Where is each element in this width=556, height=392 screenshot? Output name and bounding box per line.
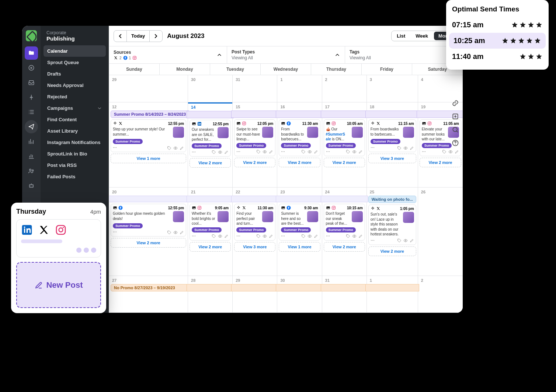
- new-post-button[interactable]: New Post: [16, 262, 101, 308]
- eye-icon[interactable]: [448, 150, 453, 154]
- rail-send-icon[interactable]: [25, 120, 38, 133]
- post-menu-icon[interactable]: ⋯: [236, 150, 240, 154]
- view-more-button[interactable]: View 1 more: [279, 242, 320, 252]
- tag-icon[interactable]: [256, 234, 261, 238]
- post-menu-icon[interactable]: ⋯: [326, 234, 330, 239]
- sidebar-item-campaigns[interactable]: Campaigns: [44, 102, 106, 114]
- filter-post-types[interactable]: Post Types Viewing All: [227, 46, 345, 63]
- rail-dashboard-icon[interactable]: [25, 61, 38, 74]
- next-button[interactable]: [150, 31, 162, 42]
- post-card[interactable]: 12:55 pm Step up your summer style! Our …: [111, 119, 186, 152]
- view-more-button[interactable]: View 2 more: [234, 158, 275, 167]
- calendar-day[interactable]: 23 9:30 am Summer is here and so are the…: [277, 188, 322, 276]
- campaign-bar[interactable]: [321, 196, 368, 202]
- eye-icon[interactable]: [263, 234, 267, 238]
- calendar-day[interactable]: 1: [367, 276, 418, 313]
- eye-icon[interactable]: [307, 234, 312, 238]
- calendar-day[interactable]: 31: [322, 276, 367, 313]
- view-list-button[interactable]: List: [392, 31, 410, 41]
- rail-inbox-icon[interactable]: [25, 76, 38, 89]
- tag-icon[interactable]: [167, 230, 171, 235]
- calendar-day[interactable]: 22 11:30 am Find your perfect pair and t…: [233, 188, 277, 276]
- view-more-button[interactable]: View 3 more: [234, 242, 275, 252]
- campaign-bar[interactable]: [231, 196, 278, 202]
- eye-icon[interactable]: [352, 234, 357, 238]
- rail-reports-icon[interactable]: [25, 150, 38, 163]
- campaign-bar[interactable]: [276, 284, 323, 291]
- tag-icon[interactable]: [397, 238, 402, 243]
- campaign-bar[interactable]: Summer Promo 8/14/2023 – 8/24/2023: [111, 111, 189, 118]
- view-week-button[interactable]: Week: [410, 31, 433, 41]
- calendar-day[interactable]: 28: [188, 276, 233, 313]
- calendar-day[interactable]: 31: [233, 75, 277, 102]
- tag-icon[interactable]: [256, 150, 261, 154]
- post-card[interactable]: 9:30 am Summer is here and so are the be…: [279, 204, 320, 241]
- pencil-icon[interactable]: [180, 146, 184, 150]
- view-more-button[interactable]: View 2 more: [190, 242, 231, 252]
- calendar-day[interactable]: 17 10:05 am 🎪 Our #SummerS ale is ON... …: [322, 102, 367, 188]
- calendar-day[interactable]: 24 10:15 am Don't forget our sneak peak …: [322, 188, 367, 276]
- sidebar-item-post-via-rss[interactable]: Post via RSS: [44, 160, 106, 171]
- post-card[interactable]: 11:30 am Find your perfect pair and turn…: [234, 204, 275, 241]
- campaign-bar[interactable]: [321, 284, 368, 291]
- rail-bot-icon[interactable]: [25, 179, 38, 192]
- eye-icon[interactable]: [352, 150, 357, 154]
- eye-icon[interactable]: [173, 230, 178, 235]
- calendar-day[interactable]: 1: [277, 75, 322, 102]
- instagram-icon[interactable]: [55, 224, 67, 236]
- sidebar-item-calendar[interactable]: Calendar: [44, 45, 106, 57]
- pencil-icon[interactable]: [180, 230, 184, 235]
- calendar-day[interactable]: 18 11:15 am From boardwalks to barbecues…: [367, 102, 418, 188]
- pencil-icon[interactable]: [314, 234, 318, 238]
- calendar-day[interactable]: 3: [367, 75, 418, 102]
- view-more-button[interactable]: View 3 more: [368, 154, 416, 163]
- rail-people-icon[interactable]: [25, 164, 38, 178]
- calendar-day[interactable]: 16 11:30 am From boardwalks to barbecues…: [277, 102, 322, 188]
- sidebar-item-drafts[interactable]: Drafts: [44, 68, 106, 80]
- rail-publishing-icon[interactable]: [25, 46, 38, 60]
- tag-icon[interactable]: [301, 150, 306, 154]
- eye-icon[interactable]: [307, 150, 312, 154]
- sidebar-item-sprout-queue[interactable]: Sprout Queue: [44, 57, 106, 68]
- pencil-icon[interactable]: [269, 234, 273, 238]
- calendar-day[interactable]: 30: [188, 75, 233, 102]
- post-card[interactable]: 12:55 pm Golden hour glow meets golden d…: [111, 204, 186, 237]
- view-more-button[interactable]: View 1 more: [111, 154, 186, 163]
- tag-icon[interactable]: [212, 150, 216, 154]
- calendar-day[interactable]: 21 9:05 am Whether it's bold brights or …: [188, 188, 233, 276]
- send-time-row[interactable]: 07:15 am: [446, 17, 549, 33]
- pencil-icon[interactable]: [224, 150, 229, 154]
- calendar-day[interactable]: 30: [277, 276, 322, 313]
- eye-icon[interactable]: [403, 146, 408, 150]
- pencil-icon[interactable]: [358, 234, 363, 238]
- view-more-button[interactable]: View 2 more: [368, 246, 416, 256]
- campaign-bar[interactable]: [276, 111, 323, 118]
- post-menu-icon[interactable]: ⋯: [371, 146, 375, 150]
- calendar-day[interactable]: 14 12:55 pm Our sneakers are on SALE, pe…: [188, 102, 233, 188]
- calendar-day[interactable]: 26: [418, 188, 463, 276]
- calendar-day[interactable]: 29: [109, 75, 188, 102]
- tag-icon[interactable]: [346, 234, 350, 238]
- link-icon[interactable]: [452, 99, 459, 107]
- send-time-row[interactable]: 11:40 am: [446, 49, 549, 64]
- sprout-logo-icon[interactable]: [26, 30, 37, 41]
- campaign-bar[interactable]: [109, 196, 189, 202]
- sidebar-item-instagram-notifications[interactable]: Instagram Notifications: [44, 137, 106, 148]
- post-menu-icon[interactable]: ⋯: [236, 234, 240, 239]
- pencil-icon[interactable]: [358, 150, 363, 154]
- rail-pin-icon[interactable]: [25, 91, 38, 104]
- linkedin-icon[interactable]: [21, 224, 33, 236]
- campaign-bar[interactable]: [365, 111, 419, 118]
- view-more-button[interactable]: View 2 more: [324, 242, 365, 252]
- post-card[interactable]: 10:15 am Don't forget our sneak peak of …: [324, 204, 365, 241]
- view-more-button[interactable]: View 2 more: [111, 238, 186, 248]
- post-menu-icon[interactable]: ⋯: [281, 150, 285, 154]
- post-card[interactable]: 11:30 am From boardwalks to barbecues...…: [279, 119, 320, 156]
- view-more-button[interactable]: View 2 more: [324, 158, 365, 167]
- tag-icon[interactable]: [301, 234, 306, 238]
- pencil-icon[interactable]: [410, 146, 414, 150]
- filter-tags[interactable]: Tags Viewing All: [345, 46, 463, 63]
- help-icon[interactable]: [452, 139, 459, 147]
- pencil-icon[interactable]: [269, 150, 273, 154]
- view-more-button[interactable]: View 2 more: [420, 158, 461, 167]
